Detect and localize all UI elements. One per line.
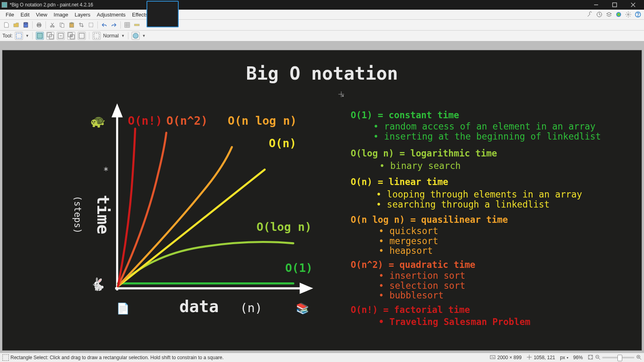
zoom-in-icon[interactable] xyxy=(636,354,642,361)
curve-onlogn xyxy=(118,147,232,286)
ruler-icon[interactable] xyxy=(133,21,141,29)
app-window: *Big O notation 2.pdn - paint.net 4.2.16… xyxy=(0,0,644,362)
chart-curves xyxy=(118,129,293,286)
zoom-out-icon[interactable] xyxy=(595,354,601,361)
svg-text:*: * xyxy=(103,165,108,176)
crop-icon[interactable] xyxy=(77,21,85,29)
canvas-area[interactable]: Big O notation xyxy=(0,41,644,353)
status-hint: Rectangle Select: Click and drag to draw… xyxy=(10,355,485,360)
legend-o1-b1: • random access of an element in an arra… xyxy=(373,121,595,132)
legend-olog-head: O(log n) = logarithmic time xyxy=(351,148,497,158)
chart-axes xyxy=(113,106,311,292)
legend-onf-b1: • Traveling Salesman Problem xyxy=(378,317,530,327)
deselect-icon[interactable] xyxy=(87,21,95,29)
grid-icon[interactable] xyxy=(123,21,131,29)
zoom-fit-icon[interactable] xyxy=(588,354,593,361)
svg-rect-27 xyxy=(94,33,99,39)
svg-rect-15 xyxy=(89,23,93,27)
svg-rect-8 xyxy=(38,26,40,27)
svg-point-2 xyxy=(616,12,621,17)
selmode-add-icon[interactable] xyxy=(46,32,54,40)
svg-rect-25 xyxy=(70,35,72,37)
redo-icon[interactable] xyxy=(110,21,118,29)
zoom-slider[interactable] xyxy=(602,357,634,358)
document-canvas[interactable]: Big O notation xyxy=(2,50,642,350)
svg-point-5 xyxy=(638,16,638,16)
selmode-sub-icon[interactable] xyxy=(57,32,65,40)
close-button[interactable] xyxy=(624,0,642,10)
doc-title: Big O notation xyxy=(246,63,398,84)
svg-rect-26 xyxy=(79,33,85,39)
selmode-intersect-icon[interactable] xyxy=(67,32,75,40)
menu-adjustments[interactable]: Adjustments xyxy=(93,11,129,19)
rabbit-icon: 🐇 xyxy=(90,277,106,292)
svg-rect-7 xyxy=(38,23,40,24)
label-ologn: O(log n) xyxy=(256,220,312,234)
document-icon: 📄 xyxy=(116,302,130,315)
chevron-down-icon[interactable]: ▼ xyxy=(25,34,29,38)
curve-on2 xyxy=(118,133,166,286)
image-size-icon xyxy=(490,354,495,361)
print-icon[interactable] xyxy=(35,21,43,29)
open-icon[interactable] xyxy=(12,21,20,29)
svg-point-28 xyxy=(133,33,138,39)
history-window-icon[interactable] xyxy=(596,11,603,18)
settings-icon[interactable] xyxy=(625,11,632,18)
sel-quality-icon[interactable] xyxy=(132,32,140,40)
legend-onlogn-b2: • mergesort xyxy=(378,236,438,246)
chevron-down-icon[interactable]: ▾ xyxy=(567,356,568,360)
legend-onlogn-head: O(n log n) = quasilinear time xyxy=(351,214,508,225)
cut-icon[interactable] xyxy=(48,21,56,29)
menu-view[interactable]: View xyxy=(33,11,50,19)
legend-on2-b1: • insertion sort xyxy=(378,270,465,281)
chevron-down-icon[interactable]: ▼ xyxy=(121,34,125,38)
curve-onfact xyxy=(118,129,135,286)
new-icon[interactable] xyxy=(2,21,10,29)
minimize-button[interactable] xyxy=(587,0,605,10)
svg-rect-19 xyxy=(37,33,43,39)
maximize-button[interactable] xyxy=(605,0,624,10)
x-axis-sublabel: (n) xyxy=(240,301,262,315)
svg-rect-16 xyxy=(125,23,130,27)
legend-olog-b1: • binary search xyxy=(380,160,461,171)
legend-on-head: O(n) = linear time xyxy=(351,177,448,187)
titlebar: *Big O notation 2.pdn - paint.net 4.2.16 xyxy=(0,0,644,10)
legend-on2-b2: • selection sort xyxy=(378,280,465,291)
document-thumbnail[interactable] xyxy=(147,1,179,27)
selmode-replace-icon[interactable] xyxy=(36,32,44,40)
label-on2: O(n^2) xyxy=(166,114,208,128)
chevron-down-icon[interactable]: ▼ xyxy=(142,34,146,38)
svg-marker-31 xyxy=(113,106,121,116)
menu-image[interactable]: Image xyxy=(50,11,71,19)
svg-rect-18 xyxy=(17,33,22,39)
help-icon[interactable] xyxy=(634,11,642,18)
menu-file[interactable]: File xyxy=(2,11,17,19)
tools-window-icon[interactable] xyxy=(586,11,593,18)
sel-mode-label: Normal xyxy=(103,33,119,39)
document-svg: Big O notation xyxy=(2,50,642,350)
sel-shape-icon[interactable] xyxy=(93,32,101,40)
save-icon[interactable] xyxy=(22,21,30,29)
menu-layers[interactable]: Layers xyxy=(71,11,93,19)
status-unit[interactable]: px xyxy=(560,355,565,360)
layers-window-icon[interactable] xyxy=(605,11,613,18)
paste-icon[interactable] xyxy=(68,21,76,29)
selmode-xor-icon[interactable] xyxy=(78,32,86,40)
copy-icon[interactable] xyxy=(58,21,66,29)
label-onlogn: O(n log n) xyxy=(228,114,297,128)
main-toolbar xyxy=(0,20,644,31)
svg-point-29 xyxy=(342,95,343,97)
legend-onlogn-b3: • heapsort xyxy=(378,245,433,256)
status-image-size: 2000 × 899 xyxy=(497,355,521,360)
colors-window-icon[interactable] xyxy=(615,11,622,18)
x-axis-label: data xyxy=(180,297,219,316)
svg-rect-17 xyxy=(134,24,139,26)
legend-on-b1: • looping through elements in an array xyxy=(376,189,582,200)
label-o1: O(1) xyxy=(285,261,313,275)
legend-on2-b3: • bubblesort xyxy=(378,290,444,300)
cursor-crosshair-icon xyxy=(339,91,344,97)
tool-picker[interactable] xyxy=(15,32,23,40)
y-axis-label: time xyxy=(93,195,113,234)
menu-edit[interactable]: Edit xyxy=(17,11,33,19)
undo-icon[interactable] xyxy=(100,21,108,29)
